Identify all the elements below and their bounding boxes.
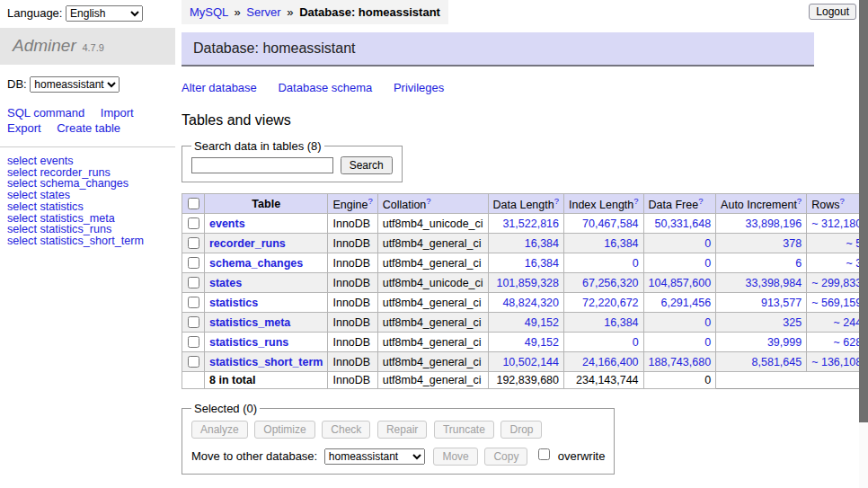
data-free-help-link[interactable]: ? bbox=[698, 196, 703, 206]
sidebar-link-create-table[interactable]: Create table bbox=[57, 121, 120, 135]
index-length-help-link[interactable]: ? bbox=[633, 196, 638, 206]
row-checkbox[interactable] bbox=[188, 277, 199, 288]
total-collation: utf8mb4_general_ci bbox=[377, 372, 488, 389]
row-checkbox[interactable] bbox=[188, 336, 199, 348]
rows-link[interactable]: ~ 136,108 bbox=[811, 356, 862, 368]
rows-link[interactable]: ~ 312,180 bbox=[811, 217, 862, 230]
data-length-link[interactable]: 48,824,320 bbox=[502, 297, 559, 309]
auto-increment-link[interactable]: 33,398,984 bbox=[746, 277, 802, 289]
index-length-link[interactable]: 72,220,672 bbox=[582, 297, 639, 309]
repair-button[interactable]: Repair bbox=[377, 421, 427, 439]
app-title-bar: Adminer 4.7.9 bbox=[0, 28, 175, 65]
breadcrumb-server-link[interactable]: Server bbox=[246, 5, 280, 19]
data-free-link[interactable]: 188,743,680 bbox=[649, 356, 712, 368]
row-checkbox[interactable] bbox=[188, 316, 199, 328]
data-length-link[interactable]: 101,859,328 bbox=[496, 277, 559, 289]
truncate-button[interactable]: Truncate bbox=[434, 421, 494, 439]
data-free-link[interactable]: 0 bbox=[704, 237, 711, 250]
row-checkbox[interactable] bbox=[188, 356, 199, 368]
alter-database-link[interactable]: Alter database bbox=[182, 81, 257, 94]
auto-increment-link[interactable]: 8,581,645 bbox=[752, 356, 802, 368]
move-button[interactable]: Move bbox=[433, 448, 477, 466]
index-length-link[interactable]: 16,384 bbox=[604, 237, 638, 250]
table-name-link[interactable]: recorder_runs bbox=[209, 237, 286, 250]
table-name-link[interactable]: statistics_meta bbox=[209, 316, 290, 329]
data-length-link[interactable]: 16,384 bbox=[525, 237, 559, 250]
data-free-link[interactable]: 0 bbox=[704, 316, 711, 329]
auto-increment-link[interactable]: 6 bbox=[795, 257, 802, 270]
data-length-link[interactable]: 10,502,144 bbox=[502, 356, 559, 368]
auto-increment-link[interactable]: 325 bbox=[783, 316, 802, 329]
index-length-link[interactable]: 0 bbox=[633, 336, 639, 349]
data-free-link[interactable]: 0 bbox=[704, 257, 711, 270]
sidebar-link-export[interactable]: Export bbox=[7, 121, 41, 135]
data-length-link[interactable]: 16,384 bbox=[525, 257, 559, 270]
analyze-button[interactable]: Analyze bbox=[191, 421, 248, 439]
drop-button[interactable]: Drop bbox=[500, 421, 542, 439]
logout-button[interactable]: Logout bbox=[809, 4, 856, 20]
rows-link[interactable]: ~ 628 bbox=[833, 336, 862, 349]
index-length-link[interactable]: 16,384 bbox=[604, 316, 638, 329]
copy-button[interactable]: Copy bbox=[484, 448, 527, 466]
data-free-link[interactable]: 104,857,600 bbox=[649, 277, 712, 289]
engine-cell: InnoDB bbox=[328, 273, 377, 293]
row-checkbox[interactable] bbox=[188, 237, 199, 249]
data-length-link[interactable]: 31,522,816 bbox=[502, 217, 559, 230]
index-length-link[interactable]: 70,467,584 bbox=[582, 217, 639, 230]
db-select[interactable]: homeassistant bbox=[30, 76, 120, 93]
data-length-link[interactable]: 49,152 bbox=[525, 316, 559, 329]
select-all-checkbox[interactable] bbox=[188, 198, 199, 209]
sidebar-select-link[interactable]: select bbox=[7, 235, 37, 247]
rows-link[interactable]: ~ 244 bbox=[833, 316, 862, 329]
auto-increment-help-link[interactable]: ? bbox=[797, 196, 802, 206]
breadcrumb-mysql-link[interactable]: MySQL bbox=[190, 5, 228, 19]
privileges-link[interactable]: Privileges bbox=[394, 81, 444, 94]
sidebar-link-import[interactable]: Import bbox=[101, 106, 134, 120]
table-name-link[interactable]: statistics bbox=[209, 297, 258, 309]
sidebar-link-sql-command[interactable]: SQL command bbox=[7, 106, 84, 120]
sidebar-table-link[interactable]: statistics_short_term bbox=[40, 235, 143, 247]
rows-link[interactable]: ~ 299,833 bbox=[811, 277, 862, 289]
move-database-select[interactable]: homeassistant bbox=[324, 448, 425, 465]
column-header-table: Table bbox=[205, 194, 328, 214]
search-button[interactable]: Search bbox=[341, 156, 393, 174]
row-checkbox[interactable] bbox=[188, 257, 199, 269]
rows-help-link[interactable]: ? bbox=[839, 196, 844, 206]
index-length-link[interactable]: 67,256,320 bbox=[582, 277, 639, 289]
row-checkbox[interactable] bbox=[188, 297, 199, 308]
data-length-link[interactable]: 49,152 bbox=[525, 336, 559, 349]
data-free-link[interactable]: 50,331,648 bbox=[655, 217, 712, 230]
row-checkbox[interactable] bbox=[188, 217, 199, 229]
data-length-help-link[interactable]: ? bbox=[554, 196, 559, 206]
rows-link[interactable]: ~ 569,159 bbox=[811, 297, 862, 309]
language-select[interactable]: English bbox=[66, 5, 143, 22]
index-length-link[interactable]: 24,166,400 bbox=[582, 356, 639, 368]
scrollbar-thumb[interactable] bbox=[859, 0, 868, 422]
table-name-link[interactable]: statistics_runs bbox=[209, 336, 288, 349]
vertical-scrollbar[interactable] bbox=[859, 0, 868, 488]
sidebar-table-list: select eventsselect recorder_runsselect … bbox=[0, 147, 175, 247]
data-free-link[interactable]: 6,291,456 bbox=[660, 297, 711, 309]
overwrite-checkbox[interactable] bbox=[538, 448, 550, 460]
index-length-link[interactable]: 0 bbox=[633, 257, 639, 270]
table-name-link[interactable]: events bbox=[209, 217, 245, 230]
check-button[interactable]: Check bbox=[322, 421, 370, 439]
collation-help-link[interactable]: ? bbox=[426, 196, 430, 206]
table-name-link[interactable]: schema_changes bbox=[209, 257, 303, 270]
auto-increment-link[interactable]: 378 bbox=[783, 237, 802, 250]
app-name: Adminer bbox=[13, 36, 76, 55]
optimize-button[interactable]: Optimize bbox=[254, 421, 314, 439]
column-header-index-length: Index Length? bbox=[563, 194, 643, 214]
engine-help-link[interactable]: ? bbox=[368, 196, 372, 206]
engine-cell: InnoDB bbox=[328, 352, 377, 372]
auto-increment-link[interactable]: 913,577 bbox=[761, 297, 802, 309]
data-free-link[interactable]: 0 bbox=[704, 336, 711, 349]
auto-increment-link[interactable]: 39,999 bbox=[767, 336, 802, 349]
overwrite-label: overwrite bbox=[558, 449, 606, 463]
breadcrumb-separator: » bbox=[287, 5, 293, 19]
table-name-link[interactable]: states bbox=[209, 277, 242, 289]
auto-increment-link[interactable]: 33,898,196 bbox=[746, 217, 802, 230]
search-input[interactable] bbox=[191, 157, 333, 173]
table-name-link[interactable]: statistics_short_term bbox=[209, 356, 323, 368]
database-schema-link[interactable]: Database schema bbox=[278, 81, 372, 94]
